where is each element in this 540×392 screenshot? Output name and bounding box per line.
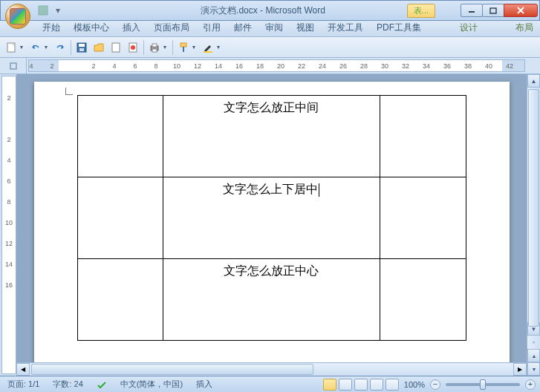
- print-icon[interactable]: [146, 39, 163, 56]
- zoom-out-button[interactable]: −: [430, 379, 440, 390]
- svg-rect-9: [112, 43, 120, 52]
- open-icon[interactable]: [91, 39, 107, 56]
- window-title: 演示文档.docx - Microsoft Word: [65, 4, 461, 17]
- scroll-track[interactable]: [527, 88, 540, 322]
- format-painter-dropdown[interactable]: ▾: [192, 44, 199, 50]
- view-web-button[interactable]: [354, 379, 368, 391]
- browse-object-icon[interactable]: ◦: [527, 336, 540, 349]
- page: 文字怎么放正中间 文字怎么上下居中 文字怎么放正中心: [34, 82, 510, 376]
- tab-references[interactable]: 引用: [196, 19, 227, 36]
- qat-dropdown-icon[interactable]: ▾: [51, 4, 65, 17]
- table-cell[interactable]: [380, 259, 466, 341]
- table-cell[interactable]: 文字怎么放正中心: [163, 259, 380, 341]
- hscroll-thumb[interactable]: [31, 364, 313, 375]
- office-button[interactable]: [5, 4, 30, 29]
- view-print-layout-button[interactable]: [323, 379, 336, 391]
- view-fullscreen-button[interactable]: [339, 379, 352, 391]
- next-page-button[interactable]: ▾: [527, 362, 540, 376]
- document-table[interactable]: 文字怎么放正中间 文字怎么上下居中 文字怎么放正中心: [77, 95, 466, 341]
- margin-marker-icon: [65, 88, 73, 95]
- status-words[interactable]: 字数: 24: [50, 379, 85, 390]
- zoom-slider[interactable]: [446, 383, 520, 386]
- ribbon-tabs: 开始 模板中心 插入 页面布局 引用 邮件 审阅 视图 开发工具 PDF工具集 …: [0, 21, 540, 37]
- highlight-icon[interactable]: [200, 39, 216, 56]
- svg-rect-18: [10, 63, 16, 69]
- prev-page-button[interactable]: ▴: [527, 349, 540, 362]
- table-row: 文字怎么放正中间: [77, 96, 466, 177]
- vertical-scrollbar[interactable]: ▲ ▼ ◦ ▴ ▾: [527, 74, 540, 376]
- title-bar: ▾ 演示文档.docx - Microsoft Word 表...: [0, 0, 540, 21]
- tab-home[interactable]: 开始: [36, 19, 67, 36]
- table-cell[interactable]: [77, 177, 163, 259]
- ruler-vertical[interactable]: 2246810121416: [1, 76, 16, 374]
- svg-rect-2: [490, 8, 496, 13]
- tab-template[interactable]: 模板中心: [67, 19, 116, 36]
- view-outline-button[interactable]: [370, 379, 383, 391]
- table-cell[interactable]: 文字怎么放正中间: [163, 96, 380, 177]
- zoom-level[interactable]: 100%: [401, 380, 428, 389]
- status-page[interactable]: 页面: 1/1: [4, 379, 42, 390]
- qat-save-icon[interactable]: [36, 4, 50, 17]
- minimize-button[interactable]: [461, 4, 483, 17]
- status-bar: 页面: 1/1 字数: 24 中文(简体，中国) 插入 100% − +: [0, 376, 540, 392]
- close-button[interactable]: [504, 4, 538, 17]
- svg-rect-14: [152, 49, 157, 52]
- svg-rect-7: [79, 44, 85, 47]
- save-icon[interactable]: [74, 39, 90, 56]
- document-area[interactable]: 文字怎么放正中间 文字怎么上下居中 文字怎么放正中心: [16, 74, 527, 376]
- table-row: 文字怎么放正中心: [77, 259, 466, 341]
- redo-icon[interactable]: [52, 39, 68, 56]
- ruler-horizontal[interactable]: 4224681012141618202224262830323436384042: [28, 59, 525, 72]
- ruler-horizontal-wrap: 4224681012141618202224262830323436384042: [0, 58, 540, 74]
- tab-pagelayout[interactable]: 页面布局: [147, 19, 196, 36]
- undo-icon[interactable]: [27, 39, 44, 56]
- tab-review[interactable]: 审阅: [258, 19, 290, 36]
- table-cell[interactable]: [77, 259, 163, 341]
- highlight-dropdown[interactable]: ▾: [217, 44, 224, 50]
- svg-rect-15: [180, 43, 186, 47]
- view-draft-button[interactable]: [386, 379, 399, 391]
- zoom-slider-handle[interactable]: [480, 379, 486, 390]
- quick-toolbar: ▾ ▾ ▾ ▾ ▾: [0, 37, 540, 58]
- scroll-right-button[interactable]: ▶: [513, 363, 527, 376]
- contextual-tab-label: 表...: [407, 4, 435, 18]
- svg-point-11: [131, 45, 135, 50]
- ruler-corner[interactable]: [0, 58, 27, 74]
- format-painter-icon[interactable]: [175, 39, 192, 56]
- text-cursor: [319, 183, 319, 197]
- svg-rect-13: [152, 44, 157, 47]
- tab-developer[interactable]: 开发工具: [321, 19, 370, 36]
- status-language[interactable]: 中文(简体，中国): [117, 379, 186, 390]
- tab-mailings[interactable]: 邮件: [227, 19, 258, 36]
- zoom-in-button[interactable]: +: [525, 379, 536, 390]
- tab-layout[interactable]: 布局: [509, 19, 540, 36]
- table-cell[interactable]: [380, 177, 466, 259]
- tab-pdf[interactable]: PDF工具集: [370, 19, 428, 36]
- table-cell[interactable]: [380, 96, 466, 177]
- tab-design[interactable]: 设计: [453, 19, 484, 36]
- maximize-button[interactable]: [482, 4, 504, 17]
- table-cell[interactable]: [77, 96, 163, 177]
- tab-insert[interactable]: 插入: [116, 19, 147, 36]
- status-insert-mode[interactable]: 插入: [193, 379, 215, 390]
- new-doc-icon[interactable]: [3, 39, 19, 56]
- status-proofing-icon[interactable]: [94, 379, 110, 390]
- svg-rect-17: [204, 51, 212, 53]
- table-row: 文字怎么上下居中: [77, 177, 466, 259]
- new-blank-icon[interactable]: [108, 39, 124, 56]
- scroll-left-button[interactable]: ◀: [16, 363, 30, 376]
- scroll-up-button[interactable]: ▲: [527, 74, 540, 88]
- scroll-thumb[interactable]: [528, 89, 539, 327]
- permission-icon[interactable]: [125, 39, 141, 56]
- new-doc-dropdown[interactable]: ▾: [20, 44, 27, 50]
- tab-view[interactable]: 视图: [290, 19, 321, 36]
- quick-access-toolbar: ▾: [36, 4, 65, 17]
- horizontal-scrollbar[interactable]: ◀ ▶: [16, 362, 527, 376]
- print-dropdown[interactable]: ▾: [163, 44, 170, 50]
- svg-rect-16: [183, 47, 184, 52]
- table-cell[interactable]: 文字怎么上下居中: [163, 177, 380, 259]
- undo-dropdown[interactable]: ▾: [45, 44, 51, 50]
- svg-rect-0: [39, 6, 48, 15]
- svg-rect-8: [79, 48, 84, 51]
- hscroll-track[interactable]: [30, 363, 513, 376]
